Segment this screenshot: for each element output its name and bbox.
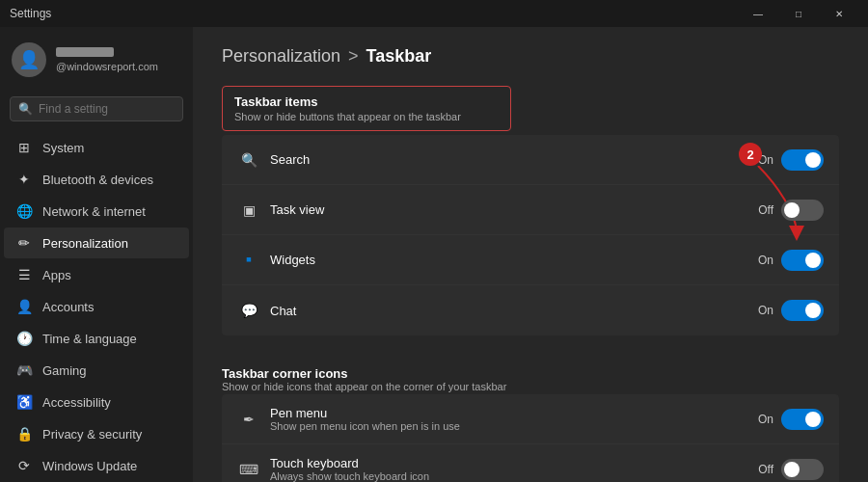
minimize-button[interactable]: —: [739, 0, 777, 27]
chat-setting-icon: 💬: [237, 303, 260, 318]
keyboard-setting-sub: Always show touch keyboard icon: [270, 470, 758, 482]
bluetooth-icon: ✦: [15, 172, 33, 187]
update-icon: ⟳: [15, 458, 33, 473]
widgets-setting-row: ▪ Widgets On: [222, 235, 839, 285]
search-label-wrap: Search: [270, 152, 758, 167]
close-button[interactable]: ✕: [820, 0, 858, 27]
keyboard-setting-icon: ⌨: [237, 462, 260, 477]
annotation-2: 2: [739, 143, 762, 166]
pen-toggle[interactable]: [781, 409, 824, 430]
network-icon: 🌐: [15, 203, 33, 219]
taskbar-items-header: Taskbar items Show or hide buttons that …: [222, 86, 511, 131]
apps-icon: ☰: [15, 267, 33, 282]
gaming-icon: 🎮: [15, 362, 33, 378]
sidebar-item-label: Windows Update: [42, 459, 137, 473]
sidebar-item-label: Bluetooth & devices: [42, 173, 153, 187]
title-bar: Settings — □ ✕: [0, 0, 868, 27]
chat-label-wrap: Chat: [270, 304, 758, 318]
sidebar-item-label: System: [42, 141, 84, 155]
keyboard-label-wrap: Touch keyboard Always show touch keyboar…: [270, 456, 758, 482]
pen-status: On: [758, 413, 773, 426]
avatar: 👤: [12, 42, 46, 77]
taskview-setting-icon: ▣: [237, 202, 260, 218]
search-setting-label: Search: [270, 152, 758, 167]
corner-icons-title: Taskbar corner icons: [222, 366, 839, 381]
sidebar-item-label: Apps: [42, 268, 71, 282]
search-icon: 🔍: [18, 102, 33, 116]
sidebar-item-bluetooth[interactable]: ✦ Bluetooth & devices: [4, 164, 189, 195]
widgets-status: On: [758, 254, 773, 267]
annotation-2-container: 2: [739, 143, 762, 166]
pen-label-wrap: Pen menu Show pen menu icon when pen is …: [270, 406, 758, 432]
taskview-setting-row: ▣ Task view Off: [222, 185, 839, 235]
corner-icons-rows: ✒ Pen menu Show pen menu icon when pen i…: [222, 394, 839, 482]
sidebar-item-network[interactable]: 🌐 Network & internet: [4, 196, 189, 227]
sidebar-item-label: Gaming: [42, 363, 87, 378]
sidebar-item-personalization[interactable]: ✏ Personalization 1: [4, 228, 189, 258]
chat-setting-label: Chat: [270, 304, 758, 318]
taskbar-items-desc: Show or hide buttons that appear on the …: [234, 111, 499, 122]
chat-setting-row: 💬 Chat On: [222, 285, 839, 335]
accessibility-icon: ♿: [15, 394, 33, 410]
breadcrumb-current: Taskbar: [366, 46, 432, 67]
chat-status: On: [758, 304, 773, 317]
search-box[interactable]: 🔍: [10, 96, 183, 121]
user-info: @windowsreport.com: [56, 47, 158, 72]
corner-icons-header: Taskbar corner icons Show or hide icons …: [222, 359, 839, 394]
system-icon: ⊞: [15, 140, 33, 155]
corner-icons-section: Taskbar corner icons Show or hide icons …: [222, 359, 839, 482]
window-controls: — □ ✕: [739, 0, 858, 27]
main-layout: 👤 @windowsreport.com 🔍 ⊞ System ✦ Blueto…: [0, 27, 868, 482]
user-profile: 👤 @windowsreport.com: [0, 27, 193, 93]
taskview-label-wrap: Task view: [270, 202, 758, 217]
maximize-button[interactable]: □: [779, 0, 818, 27]
pen-setting-sub: Show pen menu icon when pen is in use: [270, 420, 758, 432]
widgets-toggle[interactable]: [781, 250, 824, 271]
search-input[interactable]: [39, 102, 183, 116]
breadcrumb: Personalization > Taskbar: [222, 46, 839, 67]
sidebar-item-label: Accounts: [42, 300, 94, 314]
sidebar: 👤 @windowsreport.com 🔍 ⊞ System ✦ Blueto…: [0, 27, 193, 482]
corner-icons-desc: Show or hide icons that appear on the co…: [222, 381, 839, 392]
pen-setting-row: ✒ Pen menu Show pen menu icon when pen i…: [222, 394, 839, 444]
time-icon: 🕐: [15, 331, 33, 346]
taskview-toggle-thumb: [784, 202, 800, 218]
chat-toggle-thumb: [805, 303, 821, 318]
sidebar-item-gaming[interactable]: 🎮 Gaming: [4, 355, 189, 386]
privacy-icon: 🔒: [15, 426, 33, 442]
sidebar-item-update[interactable]: ⟳ Windows Update: [4, 450, 189, 481]
keyboard-toggle-thumb: [784, 462, 800, 477]
breadcrumb-parent[interactable]: Personalization: [222, 46, 340, 67]
sidebar-item-system[interactable]: ⊞ System: [4, 132, 189, 163]
pen-setting-icon: ✒: [237, 412, 260, 427]
sidebar-item-label: Personalization: [42, 236, 128, 251]
sidebar-item-time[interactable]: 🕐 Time & language: [4, 323, 189, 354]
search-toggle-thumb: [805, 152, 821, 168]
sidebar-item-apps[interactable]: ☰ Apps: [4, 259, 189, 290]
widgets-setting-label: Widgets: [270, 253, 758, 267]
sidebar-item-accounts[interactable]: 👤 Accounts: [4, 291, 189, 322]
sidebar-item-label: Privacy & security: [42, 427, 142, 442]
breadcrumb-separator: >: [348, 46, 359, 67]
chat-toggle[interactable]: [781, 300, 824, 321]
search-toggle[interactable]: [781, 149, 824, 171]
sidebar-item-label: Time & language: [42, 332, 137, 346]
sidebar-item-privacy[interactable]: 🔒 Privacy & security: [4, 418, 189, 449]
pen-setting-label: Pen menu: [270, 406, 758, 420]
user-name: [56, 47, 114, 57]
keyboard-setting-row: ⌨ Touch keyboard Always show touch keybo…: [222, 444, 839, 482]
personalization-icon: ✏: [15, 235, 33, 251]
content-area: Personalization > Taskbar Taskbar items …: [193, 27, 868, 482]
taskbar-items-section: Taskbar items Show or hide buttons that …: [222, 86, 839, 335]
sidebar-item-label: Accessibility: [42, 395, 111, 410]
taskview-toggle[interactable]: [781, 200, 824, 221]
app-title: Settings: [10, 7, 51, 20]
sidebar-item-accessibility[interactable]: ♿ Accessibility: [4, 387, 189, 417]
taskview-setting-label: Task view: [270, 202, 758, 217]
accounts-icon: 👤: [15, 299, 33, 314]
keyboard-toggle[interactable]: [781, 459, 824, 480]
widgets-label-wrap: Widgets: [270, 253, 758, 267]
widgets-setting-icon: ▪: [237, 250, 260, 270]
keyboard-setting-label: Touch keyboard: [270, 456, 758, 470]
user-email: @windowsreport.com: [56, 61, 158, 72]
